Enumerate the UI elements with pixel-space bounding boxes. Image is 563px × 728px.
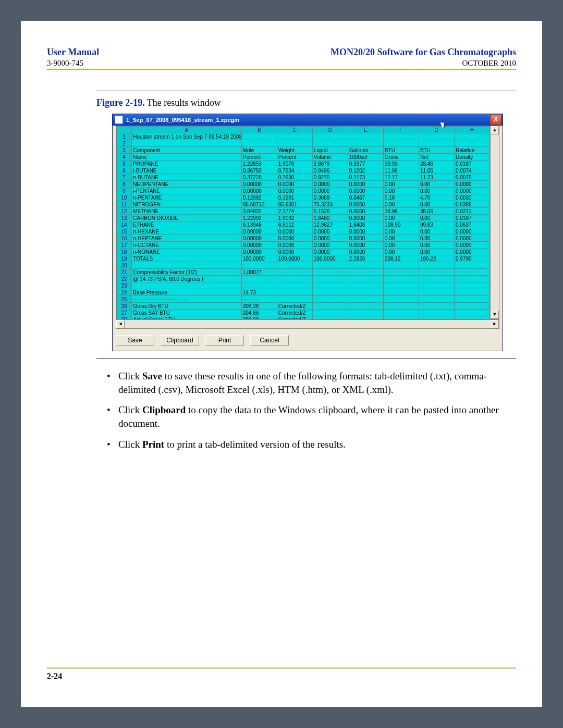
cell[interactable]: 0.00 bbox=[383, 242, 419, 249]
cell[interactable] bbox=[348, 269, 383, 276]
cell[interactable]: 1.22653 bbox=[241, 161, 277, 167]
cell[interactable] bbox=[277, 269, 312, 276]
cell[interactable]: 0.00 bbox=[419, 242, 454, 249]
cell[interactable]: 99.63 bbox=[419, 221, 454, 228]
cell[interactable] bbox=[348, 303, 383, 310]
cell[interactable]: PROPANE bbox=[132, 161, 242, 167]
cell[interactable] bbox=[419, 133, 454, 140]
cell[interactable]: Base Pressure bbox=[132, 289, 242, 296]
cell[interactable]: 0.0000 bbox=[348, 201, 383, 208]
cell[interactable]: 0.9790 bbox=[454, 255, 489, 262]
table-row[interactable]: 9i-PENTANE0.000000.00000.00000.00000.000… bbox=[117, 188, 490, 194]
table-row[interactable]: 11NITROGEN86.6871385.650175.32330.00000.… bbox=[117, 201, 490, 208]
cell[interactable]: 0.0000 bbox=[348, 228, 383, 235]
cell[interactable]: 14.73 bbox=[241, 289, 277, 296]
cell[interactable] bbox=[383, 133, 419, 140]
cell[interactable] bbox=[312, 296, 348, 303]
cell[interactable]: 0.00000 bbox=[241, 181, 277, 188]
cell[interactable] bbox=[419, 310, 454, 316]
table-row[interactable]: 27Gross SAT BTU204.66Corrected/Z bbox=[117, 310, 490, 316]
cell[interactable] bbox=[241, 276, 277, 282]
cell[interactable]: 0.00 bbox=[419, 201, 454, 208]
cell[interactable] bbox=[348, 296, 383, 303]
row-header[interactable]: 2 bbox=[117, 140, 132, 147]
cell[interactable] bbox=[419, 262, 454, 269]
cell[interactable] bbox=[241, 133, 277, 140]
cell[interactable]: 12.9627 bbox=[312, 221, 348, 228]
cell[interactable] bbox=[312, 276, 348, 282]
scroll-down-icon[interactable]: ▼ bbox=[491, 311, 499, 319]
cell[interactable] bbox=[277, 276, 312, 282]
cell[interactable]: 0.0000 bbox=[454, 235, 489, 242]
cell[interactable]: 0.9496 bbox=[312, 167, 348, 174]
table-row[interactable]: 2 bbox=[117, 140, 490, 147]
cell[interactable] bbox=[348, 310, 383, 316]
cell[interactable]: Gross bbox=[383, 154, 419, 161]
cell[interactable]: 4.79 bbox=[419, 194, 454, 201]
cell[interactable] bbox=[383, 303, 419, 310]
cell[interactable]: 0.00000 bbox=[241, 235, 277, 242]
cell[interactable]: 0.9270 bbox=[312, 174, 348, 181]
cell[interactable] bbox=[312, 310, 348, 316]
cell[interactable]: 0.00 bbox=[383, 249, 419, 255]
cell[interactable]: 0.00 bbox=[419, 188, 454, 194]
cell[interactable] bbox=[454, 262, 489, 269]
cell[interactable]: 0.0000 bbox=[277, 228, 312, 235]
cell[interactable] bbox=[241, 282, 277, 289]
cell[interactable]: 35.06 bbox=[419, 208, 454, 215]
row-header[interactable]: 16 bbox=[117, 235, 132, 242]
cell[interactable] bbox=[277, 296, 312, 303]
row-header[interactable]: 23 bbox=[117, 282, 132, 289]
row-header[interactable]: 21 bbox=[117, 269, 132, 276]
cell[interactable]: 0.0213 bbox=[454, 208, 489, 215]
row-header[interactable]: 5 bbox=[117, 161, 132, 167]
cell[interactable]: 0.0467 bbox=[348, 194, 383, 201]
cell[interactable]: 0.0000 bbox=[312, 235, 348, 242]
print-button[interactable]: Print bbox=[205, 335, 244, 346]
cell[interactable]: n-BUTANE bbox=[132, 174, 242, 181]
cell[interactable]: 0.0032 bbox=[454, 194, 489, 201]
cell[interactable] bbox=[241, 262, 277, 269]
cell[interactable]: 0.00000 bbox=[241, 242, 277, 249]
cell[interactable]: BTU bbox=[419, 147, 454, 154]
row-header[interactable]: 28 bbox=[117, 316, 132, 319]
cell[interactable] bbox=[419, 276, 454, 282]
cell[interactable] bbox=[241, 140, 277, 147]
row-header[interactable]: 6 bbox=[117, 167, 132, 174]
cell[interactable]: n-OCTANE bbox=[132, 242, 242, 249]
cell[interactable]: 0.00 bbox=[419, 181, 454, 188]
cell[interactable]: 100.0000 bbox=[277, 255, 312, 262]
cell[interactable]: 3.84832 bbox=[241, 208, 277, 215]
cell[interactable]: 6.13948 bbox=[241, 221, 277, 228]
cell[interactable] bbox=[277, 289, 312, 296]
cell[interactable]: 0.0000 bbox=[348, 242, 383, 249]
cell[interactable] bbox=[383, 269, 419, 276]
cell[interactable]: 2.6679 bbox=[312, 161, 348, 167]
cell[interactable]: Corrected/Z bbox=[277, 310, 312, 316]
titlebar[interactable]: 1_Sep_07_2008_095418_stream_1.xpcgm X bbox=[113, 114, 503, 126]
cell[interactable]: 86.68713 bbox=[241, 201, 277, 208]
cell[interactable]: i-PENTANE bbox=[132, 188, 242, 194]
cell[interactable]: 0.00 bbox=[419, 215, 454, 221]
cell[interactable] bbox=[277, 262, 312, 269]
cell[interactable] bbox=[454, 133, 489, 140]
row-header[interactable]: 27 bbox=[117, 310, 132, 316]
cell[interactable]: 0.00000 bbox=[241, 188, 277, 194]
cell[interactable] bbox=[419, 303, 454, 310]
cell[interactable]: Corrected/Z bbox=[277, 316, 312, 319]
cell[interactable]: Gallons/ bbox=[348, 147, 383, 154]
cell[interactable]: 0.0074 bbox=[454, 167, 489, 174]
table-row[interactable]: 26Gross Dry BTU208.28Corrected/Z bbox=[117, 303, 490, 310]
cell[interactable]: 0.00 bbox=[419, 235, 454, 242]
row-header[interactable]: 25 bbox=[117, 296, 132, 303]
row-header[interactable]: 10 bbox=[117, 194, 132, 201]
row-header[interactable]: 18 bbox=[117, 249, 132, 255]
cell[interactable]: 0.37220 bbox=[241, 174, 277, 181]
cell[interactable]: 0.0000 bbox=[348, 188, 383, 194]
cell[interactable]: 0.0075 bbox=[454, 174, 489, 181]
cell[interactable]: n-HEPTANE bbox=[132, 235, 242, 242]
cell[interactable] bbox=[383, 276, 419, 282]
cell[interactable]: n-PENTANE bbox=[132, 194, 242, 201]
table-row[interactable]: 22@ 14.73 PSIA, 60.0 Degrees F bbox=[117, 276, 490, 282]
cell[interactable]: 75.3233 bbox=[312, 201, 348, 208]
